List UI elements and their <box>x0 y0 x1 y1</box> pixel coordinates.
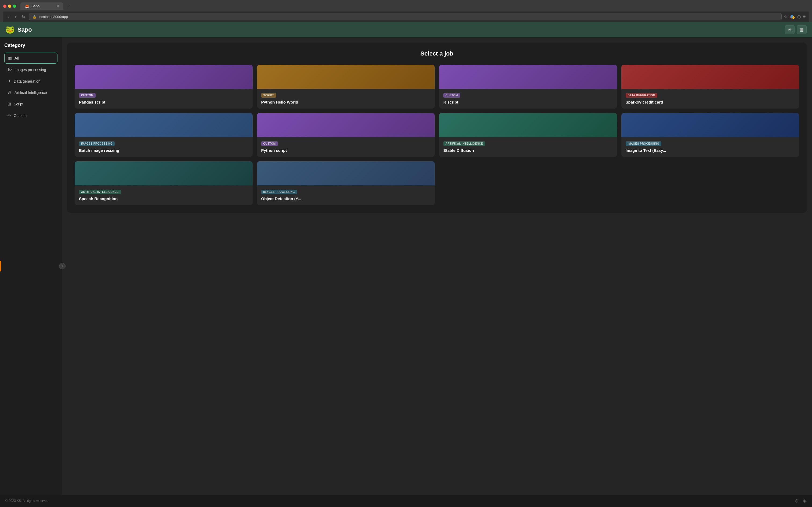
sidebar-label-custom: Custom <box>14 113 27 118</box>
job-card-sparkov[interactable]: DATA GENERATION Sparkov credit card <box>621 65 799 109</box>
reload-btn[interactable]: ↻ <box>20 14 27 20</box>
card-image-sr <box>74 161 253 185</box>
job-name-sparkov: Sparkov credit card <box>626 100 795 104</box>
back-btn[interactable]: ‹ <box>6 14 11 20</box>
orange-accent <box>0 261 1 272</box>
menu-toggle-btn[interactable]: ▦ <box>797 25 807 34</box>
job-card-image-to-text[interactable]: IMAGES PROCESSING Image to Text (Easy... <box>621 113 799 157</box>
card-image-pandas <box>74 65 253 89</box>
extension2-icon[interactable]: ⬡ <box>797 14 801 19</box>
card-image-sparkov <box>621 65 799 89</box>
card-body-sd: ARTIFICAL INTELLIGENCE Stable Diffusion <box>439 137 617 157</box>
maximize-window-btn[interactable] <box>13 5 16 8</box>
job-card-pandas-script[interactable]: CUSTOM Pandas script <box>74 65 253 109</box>
card-body-sparkov: DATA GENERATION Sparkov credit card <box>621 89 799 109</box>
browser-tabs: 🦊 Sapo ✕ + <box>3 2 809 10</box>
sidebar-item-script[interactable]: ⊞ Script <box>4 99 57 109</box>
menu-icon[interactable]: ≡ <box>803 14 806 19</box>
job-name-batch: Batch image resizing <box>79 148 248 153</box>
custom-icon: ✏ <box>7 113 11 118</box>
sidebar-item-artificial-intelligence[interactable]: 🖨 Artifical Intelligence <box>4 88 57 98</box>
sidebar-item-custom[interactable]: ✏ Custom <box>4 110 57 121</box>
card-image-i2t <box>621 113 799 137</box>
header-actions: ☀ ▦ <box>785 25 807 34</box>
job-name-i2t: Image to Text (Easy... <box>626 148 795 153</box>
forward-btn[interactable]: › <box>13 14 18 20</box>
sidebar-item-images-processing[interactable]: 🖼 Images processing <box>4 65 57 75</box>
browser-chrome: 🦊 Sapo ✕ + ‹ › ↻ 🔒 localhost:3000/app ☆ … <box>0 0 812 22</box>
badge-python-script: CUSTOM <box>261 142 278 146</box>
new-tab-btn[interactable]: + <box>64 2 72 10</box>
tab-favicon: 🦊 <box>25 4 29 8</box>
page-title: Select a job <box>74 50 799 57</box>
script-icon: ⊞ <box>7 101 11 107</box>
job-card-stable-diffusion[interactable]: ARTIFICAL INTELLIGENCE Stable Diffusion <box>439 113 617 157</box>
url-text: localhost:3000/app <box>39 15 68 19</box>
tab-label: Sapo <box>32 4 40 8</box>
app-logo: 🐸 Sapo <box>5 25 32 34</box>
job-name-sr: Speech Recognition <box>79 196 248 201</box>
images-processing-icon: 🖼 <box>7 67 12 72</box>
job-name-r: R script <box>443 100 613 104</box>
card-image-python-script <box>257 113 435 137</box>
theme-toggle-btn[interactable]: ☀ <box>785 25 795 34</box>
tab-close-btn[interactable]: ✕ <box>56 4 59 8</box>
card-body-sr: ARTIFICAL INTELLIGENCE Speech Recognitio… <box>74 185 253 205</box>
window-controls <box>3 5 16 8</box>
browser-tab[interactable]: 🦊 Sapo ✕ <box>20 2 63 10</box>
app-footer: © 2023 KS. All rights reserved ⊙ ◈ <box>0 495 812 507</box>
minimize-window-btn[interactable] <box>8 5 11 8</box>
job-grid: CUSTOM Pandas script SCRIPT Python Hello… <box>74 65 799 205</box>
job-name-python-hw: Python Hello World <box>261 100 431 104</box>
job-name-od: Object Detection (Y... <box>261 196 431 201</box>
card-image-r <box>439 65 617 89</box>
eth-icon[interactable]: ◈ <box>803 498 807 504</box>
job-card-python-script[interactable]: CUSTOM Python script <box>257 113 435 157</box>
badge-od: IMAGES PROCESSING <box>261 190 297 194</box>
content-area: Select a job CUSTOM Pandas script SCRIPT… <box>62 37 812 495</box>
card-body-pandas: CUSTOM Pandas script <box>74 89 253 109</box>
job-name-sd: Stable Diffusion <box>443 148 613 153</box>
all-icon: ▦ <box>8 56 12 61</box>
card-body-od: IMAGES PROCESSING Object Detection (Y... <box>257 185 435 205</box>
card-body-batch: IMAGES PROCESSING Batch image resizing <box>74 137 253 157</box>
sidebar-item-data-generation[interactable]: ✦ Data generation <box>4 76 57 87</box>
card-body-i2t: IMAGES PROCESSING Image to Text (Easy... <box>621 137 799 157</box>
bookmark-icon[interactable]: ☆ <box>784 14 788 19</box>
card-image-python-hw <box>257 65 435 89</box>
card-body-python-script: CUSTOM Python script <box>257 137 435 157</box>
content-inner: Select a job CUSTOM Pandas script SCRIPT… <box>67 43 807 213</box>
job-card-python-hello-world[interactable]: SCRIPT Python Hello World <box>257 65 435 109</box>
sidebar-label-data-generation: Data generation <box>14 79 41 83</box>
card-image-od <box>257 161 435 185</box>
sidebar-collapse-btn[interactable]: ‹ <box>59 263 65 269</box>
logo-icon: 🐸 <box>5 25 15 34</box>
job-card-batch-image[interactable]: IMAGES PROCESSING Batch image resizing <box>74 113 253 157</box>
copyright: © 2023 KS. All rights reserved <box>5 499 48 503</box>
card-body-r: CUSTOM R script <box>439 89 617 109</box>
card-image-sd <box>439 113 617 137</box>
extension1-icon[interactable]: 🎭 <box>790 14 795 19</box>
logo-text: Sapo <box>17 26 32 33</box>
job-name-python-script: Python script <box>261 148 431 153</box>
job-card-object-detection[interactable]: IMAGES PROCESSING Object Detection (Y... <box>257 161 435 205</box>
sidebar-label-script: Script <box>14 102 23 106</box>
badge-r: CUSTOM <box>443 93 460 98</box>
close-window-btn[interactable] <box>3 5 6 8</box>
address-bar[interactable]: 🔒 localhost:3000/app <box>29 13 782 20</box>
badge-sparkov: DATA GENERATION <box>626 93 657 98</box>
sidebar-item-all[interactable]: ▦ All <box>4 53 57 64</box>
github-icon[interactable]: ⊙ <box>795 498 799 504</box>
job-card-speech-recognition[interactable]: ARTIFICAL INTELLIGENCE Speech Recognitio… <box>74 161 253 205</box>
card-image-batch <box>74 113 253 137</box>
badge-sr: ARTIFICAL INTELLIGENCE <box>79 190 121 194</box>
badge-pandas: CUSTOM <box>79 93 96 98</box>
job-card-r-script[interactable]: CUSTOM R script <box>439 65 617 109</box>
badge-sd: ARTIFICAL INTELLIGENCE <box>443 142 485 146</box>
job-name-pandas: Pandas script <box>79 100 248 104</box>
badge-python-hw: SCRIPT <box>261 93 276 98</box>
sidebar-label-all: All <box>14 56 19 60</box>
browser-toolbar: ‹ › ↻ 🔒 localhost:3000/app ☆ 🎭 ⬡ ≡ <box>3 11 809 22</box>
data-generation-icon: ✦ <box>7 78 11 84</box>
footer-icons: ⊙ ◈ <box>795 498 807 504</box>
